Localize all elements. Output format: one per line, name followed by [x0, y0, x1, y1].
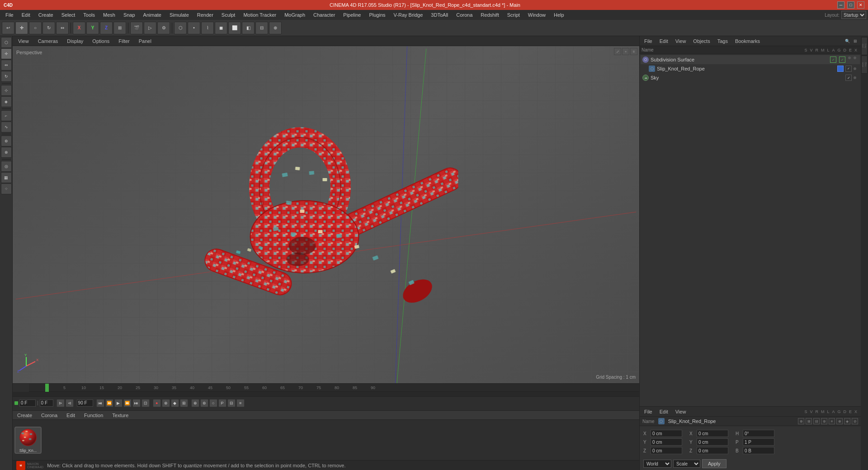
menu-edit[interactable]: Edit: [18, 11, 34, 19]
workplane-button[interactable]: ⊟: [255, 22, 268, 34]
menu-file[interactable]: File: [2, 11, 17, 19]
menu-plugins[interactable]: Plugins: [365, 11, 389, 19]
obj-check-sv[interactable]: ✓: [845, 66, 852, 72]
obj-check-s[interactable]: ✓: [830, 56, 836, 63]
x-pos-input[interactable]: [651, 430, 682, 437]
settings-1[interactable]: ⊕: [191, 399, 199, 407]
polygon-mode-button[interactable]: ◼: [215, 22, 227, 34]
live-selection-button[interactable]: ○: [29, 22, 42, 34]
attr-menu-view[interactable]: View: [673, 408, 689, 415]
om-menu-edit[interactable]: Edit: [657, 38, 671, 45]
point-mode-button[interactable]: •: [188, 22, 200, 34]
viewport-menu-cameras[interactable]: Cameras: [35, 38, 61, 45]
menu-pipeline[interactable]: Pipeline: [340, 11, 364, 19]
om-search-icon[interactable]: 🔍: [844, 38, 851, 45]
sky-check[interactable]: ✓: [845, 75, 852, 81]
uvw-mode-button[interactable]: ⬜: [228, 22, 241, 34]
maximize-button[interactable]: □: [847, 1, 854, 9]
coord-system-select[interactable]: World Object Camera: [643, 460, 671, 468]
keyframe-button[interactable]: ◆: [171, 399, 179, 407]
p-input[interactable]: [743, 438, 774, 446]
menu-motion-tracker[interactable]: Motion Tracker: [240, 11, 280, 19]
tool-material[interactable]: ◎: [1, 161, 12, 172]
menu-render[interactable]: Render: [193, 11, 217, 19]
x-axis-button[interactable]: X: [73, 22, 85, 34]
attr-icon-7[interactable]: ◈: [844, 418, 850, 424]
settings-6[interactable]: ≡: [236, 399, 245, 407]
tool-selection[interactable]: ⊹: [1, 85, 12, 96]
menu-snap[interactable]: Snap: [120, 11, 139, 19]
settings-5[interactable]: ⊟: [227, 399, 236, 407]
render-view-button[interactable]: 🎬: [130, 22, 143, 34]
om-menu-objects[interactable]: Objects: [690, 38, 712, 45]
viewport-expand-icon[interactable]: +: [622, 48, 629, 55]
texture-mode-button[interactable]: ◧: [242, 22, 255, 34]
minimize-button[interactable]: ─: [837, 1, 844, 9]
om-menu-bookmarks[interactable]: Bookmarks: [732, 38, 763, 45]
menu-vray[interactable]: V-Ray Bridge: [390, 11, 427, 19]
menu-tools[interactable]: Tools: [80, 11, 99, 19]
tool-magnet[interactable]: ⊗: [1, 147, 12, 158]
z-axis-button[interactable]: Z: [100, 22, 113, 34]
render-button[interactable]: ▷: [144, 22, 156, 34]
current-frame-input[interactable]: [19, 400, 36, 407]
side-tab-2[interactable]: Browse: [861, 56, 868, 74]
menu-help[interactable]: Help: [550, 11, 568, 19]
attr-icon-3[interactable]: ⊟: [813, 418, 820, 424]
viewport-menu-filter[interactable]: Filter: [116, 38, 132, 45]
tool-spline[interactable]: ∿: [1, 122, 12, 132]
attr-icon-1[interactable]: ⊗: [798, 418, 804, 424]
tool-particle[interactable]: ⁘: [1, 183, 12, 194]
settings-4[interactable]: P: [218, 399, 226, 407]
om-menu-tags[interactable]: Tags: [715, 38, 731, 45]
menu-animate[interactable]: Animate: [140, 11, 165, 19]
side-tab-1[interactable]: Layout: [861, 37, 868, 55]
undo-button[interactable]: ↩: [2, 22, 14, 34]
menu-mograph[interactable]: MoGraph: [281, 11, 309, 19]
z-pos-input[interactable]: [651, 447, 682, 454]
menu-window[interactable]: Window: [524, 11, 549, 19]
mat-menu-texture[interactable]: Texture: [109, 412, 131, 419]
y-rot-input[interactable]: [697, 438, 728, 446]
viewport-options-icon[interactable]: ≡: [630, 48, 637, 55]
h-input[interactable]: [743, 430, 774, 437]
menu-3dtoall[interactable]: 3DToAll: [427, 11, 452, 19]
3d-viewport[interactable]: X Y Z Perspective Grid Spacing : 1 cm ⤢ …: [13, 46, 639, 383]
z-rot-input[interactable]: [697, 447, 728, 454]
tool-brush[interactable]: ⊛: [1, 136, 12, 146]
next-frame-button[interactable]: ⏩: [123, 399, 132, 407]
viewport-menu-view[interactable]: View: [15, 38, 32, 45]
edge-mode-button[interactable]: ⌇: [201, 22, 214, 34]
tool-paint[interactable]: ◈: [1, 96, 12, 107]
menu-simulate[interactable]: Simulate: [166, 11, 193, 19]
motion-button[interactable]: ⊞: [180, 399, 188, 407]
goto-end-button[interactable]: ⏭: [132, 399, 141, 407]
viewport-menu-options[interactable]: Options: [90, 38, 112, 45]
grid-button[interactable]: ⊞: [113, 22, 126, 34]
layout-select[interactable]: Startup: [841, 11, 866, 19]
settings-2[interactable]: ⊛: [200, 399, 208, 407]
menu-sculpt[interactable]: Sculpt: [218, 11, 239, 19]
settings-3[interactable]: ○: [209, 399, 217, 407]
goto-start-button[interactable]: ⏮: [96, 399, 104, 407]
tool-move[interactable]: ✛: [1, 48, 12, 59]
attr-menu-edit[interactable]: Edit: [657, 408, 671, 415]
attr-icon-2[interactable]: ⊞: [806, 418, 812, 424]
fps-input[interactable]: [40, 400, 53, 407]
mat-menu-create[interactable]: Create: [14, 412, 35, 419]
tool-rotate[interactable]: ↻: [1, 71, 12, 82]
menu-character[interactable]: Character: [310, 11, 339, 19]
object-mode-button[interactable]: ⬡: [174, 22, 187, 34]
viewport-menu-panel[interactable]: Panel: [136, 38, 154, 45]
tool-scale[interactable]: ⇔: [1, 60, 12, 70]
snap-button[interactable]: ⊕: [269, 22, 282, 34]
close-button[interactable]: ✕: [857, 1, 864, 9]
attr-icon-6[interactable]: ⊕: [836, 418, 843, 424]
viewport-move-icon[interactable]: ⤢: [614, 48, 621, 55]
play-prev2[interactable]: ⊲: [66, 399, 74, 407]
mat-menu-edit[interactable]: Edit: [64, 412, 78, 419]
menu-create[interactable]: Create: [35, 11, 57, 19]
object-row-sky[interactable]: ☁ Sky ✓: [641, 73, 860, 82]
menu-select[interactable]: Select: [58, 11, 79, 19]
tool-line[interactable]: ⌐: [1, 110, 12, 121]
